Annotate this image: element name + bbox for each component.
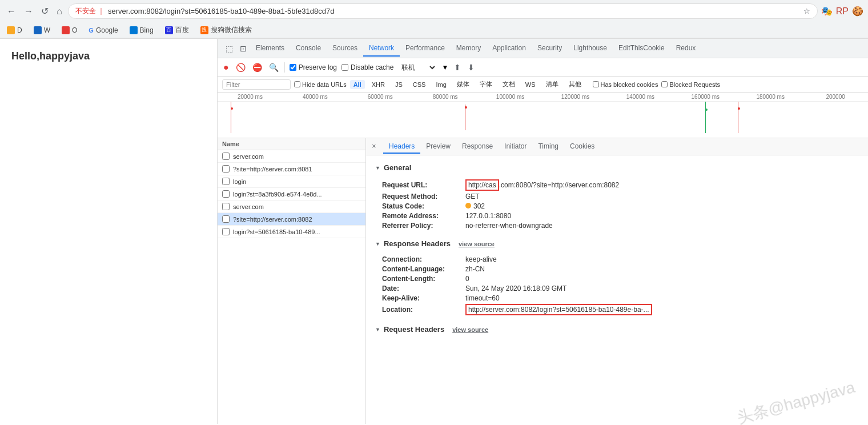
forward-button[interactable]: → <box>22 4 35 19</box>
request-item-2[interactable]: login <box>218 175 365 188</box>
detail-tab-timing[interactable]: Timing <box>532 140 564 154</box>
tab-application[interactable]: Application <box>487 41 532 57</box>
download-icon[interactable]: ⬇ <box>467 62 476 73</box>
referrer-policy-row: Referrer Policy: no-referrer-when-downgr… <box>382 222 859 230</box>
close-detail-button[interactable]: × <box>372 142 376 150</box>
search-button[interactable]: 🔍 <box>268 62 280 73</box>
request-headers-view-source-link[interactable]: view source <box>452 326 488 333</box>
timeline-chart <box>218 102 868 133</box>
clear-button[interactable]: 🚫 <box>235 62 247 73</box>
main-layout: Hello,happyjava ⬚ ⊡ Elements Console Sou… <box>0 39 868 424</box>
content-language-value: zh-CN <box>465 265 485 273</box>
bookmark-w[interactable]: W <box>31 25 53 35</box>
filter-type-other[interactable]: 其他 <box>565 79 585 90</box>
blocked-requests-checkbox[interactable] <box>661 81 668 87</box>
timeline-label-2: 60000 ms <box>348 94 413 100</box>
cursor-icon[interactable]: ⬚ <box>222 42 236 55</box>
tab-security[interactable]: Security <box>532 41 568 57</box>
content-length-label: Content-Length: <box>382 275 462 283</box>
detail-tab-initiator[interactable]: Initiator <box>499 140 532 154</box>
request-checkbox-1[interactable] <box>222 165 230 173</box>
refresh-button[interactable]: ↺ <box>39 3 51 19</box>
bookmark-google[interactable]: G Google <box>86 25 120 35</box>
has-blocked-cookies-label[interactable]: Has blocked cookies <box>593 81 658 88</box>
filter-type-js[interactable]: JS <box>392 80 406 89</box>
upload-icon[interactable]: ⬆ <box>453 62 462 73</box>
tab-performance[interactable]: Performance <box>400 41 451 57</box>
device-icon[interactable]: ⊡ <box>236 42 250 55</box>
tab-lighthouse[interactable]: Lighthouse <box>568 41 613 57</box>
general-section-title[interactable]: General <box>375 160 859 175</box>
blocked-requests-label[interactable]: Blocked Requests <box>661 81 720 88</box>
tab-redux[interactable]: Redux <box>670 41 702 57</box>
request-checkbox-3[interactable] <box>222 190 230 198</box>
bookmark-d-icon <box>7 26 15 34</box>
filter-type-all[interactable]: All <box>350 80 365 89</box>
has-blocked-cookies-checkbox[interactable] <box>593 81 599 87</box>
view-source-link[interactable]: view source <box>459 240 495 247</box>
filter-type-ws[interactable]: WS <box>522 80 539 89</box>
request-checkbox-2[interactable] <box>222 178 230 185</box>
security-indicator: 不安全 ｜ <box>75 6 105 16</box>
request-url-highlighted: http://cas <box>465 179 499 191</box>
status-code-label: Status Code: <box>382 202 462 210</box>
filter-type-media[interactable]: 媒体 <box>453 79 473 90</box>
preserve-log-label[interactable]: Preserve log <box>290 63 337 71</box>
address-bar[interactable]: 不安全 ｜ server.com:8082/login?st=50616185-… <box>68 3 818 19</box>
filter-type-img[interactable]: Img <box>432 80 449 89</box>
request-item-6[interactable]: login?st=50616185-ba10-489... <box>218 226 365 238</box>
filter-input[interactable] <box>222 79 291 90</box>
tab-console[interactable]: Console <box>290 41 327 57</box>
response-headers-section-body: Connection: keep-alive Content-Language:… <box>375 251 859 322</box>
tab-memory[interactable]: Memory <box>451 41 487 57</box>
bookmark-d[interactable]: D <box>5 25 25 35</box>
detail-tab-headers[interactable]: Headers <box>383 140 420 154</box>
back-button[interactable]: ← <box>5 4 18 19</box>
request-checkbox-5[interactable] <box>222 215 230 223</box>
bookmark-bing-icon <box>130 26 138 34</box>
star-icon: ☆ <box>803 7 810 15</box>
tab-editthiscookie[interactable]: EditThisCookie <box>613 41 670 57</box>
bookmark-baidu[interactable]: 百 百度 <box>163 24 191 36</box>
timeline-line-3 <box>705 102 706 133</box>
filter-type-xhr[interactable]: XHR <box>368 80 388 89</box>
response-headers-section-title[interactable]: Response Headers view source <box>375 236 859 251</box>
record-button[interactable]: ● <box>222 61 230 74</box>
bookmark-sogou-icon: 搜 <box>200 26 208 34</box>
request-item-3[interactable]: login?st=8a3fb90d-e574-4e8d... <box>218 188 365 201</box>
request-headers-section-title[interactable]: Request Headers view source <box>375 322 859 337</box>
request-item-0[interactable]: server.com <box>218 150 365 163</box>
bookmark-sogou[interactable]: 搜 搜狗微信搜索 <box>198 24 254 36</box>
content-language-row: Content-Language: zh-CN <box>382 265 859 273</box>
network-toolbar: ● 🚫 ⛔ 🔍 Preserve log Disable cache 联机 快速… <box>218 58 868 77</box>
request-item-5[interactable]: ?site=http://server.com:8082 <box>218 213 365 226</box>
hide-data-urls-label[interactable]: Hide data URLs <box>294 81 347 88</box>
tab-elements[interactable]: Elements <box>250 41 290 57</box>
filter-button[interactable]: ⛔ <box>251 62 263 73</box>
disable-cache-checkbox[interactable] <box>341 64 348 71</box>
request-checkbox-6[interactable] <box>222 228 230 235</box>
status-code-value: 302 <box>473 202 485 210</box>
request-checkbox-4[interactable] <box>222 203 230 210</box>
detail-tab-cookies[interactable]: Cookies <box>564 140 600 154</box>
detail-tab-response[interactable]: Response <box>456 140 499 154</box>
request-checkbox-0[interactable] <box>222 153 230 160</box>
filter-type-css[interactable]: CSS <box>409 80 429 89</box>
preserve-log-checkbox[interactable] <box>290 64 296 71</box>
tab-network[interactable]: Network <box>363 41 400 57</box>
hide-data-urls-checkbox[interactable] <box>294 81 300 87</box>
tab-sources[interactable]: Sources <box>327 41 363 57</box>
bookmark-bing[interactable]: Bing <box>127 25 156 35</box>
request-item-4[interactable]: server.com <box>218 201 365 213</box>
bookmark-o[interactable]: O <box>59 25 79 35</box>
timeline-label-3: 80000 ms <box>413 94 478 100</box>
request-item-1[interactable]: ?site=http://server.com:8081 <box>218 163 365 175</box>
detail-tab-preview[interactable]: Preview <box>420 140 456 154</box>
throttle-select[interactable]: 联机 快速 3G 慢速 3G 离线 <box>398 62 437 73</box>
name-column-header: Name <box>222 141 239 147</box>
disable-cache-label[interactable]: Disable cache <box>341 63 393 71</box>
filter-type-doc[interactable]: 文档 <box>499 79 519 90</box>
home-button[interactable]: ⌂ <box>54 4 65 19</box>
filter-type-font[interactable]: 字体 <box>476 79 496 90</box>
filter-type-manifest[interactable]: 清单 <box>542 79 562 90</box>
